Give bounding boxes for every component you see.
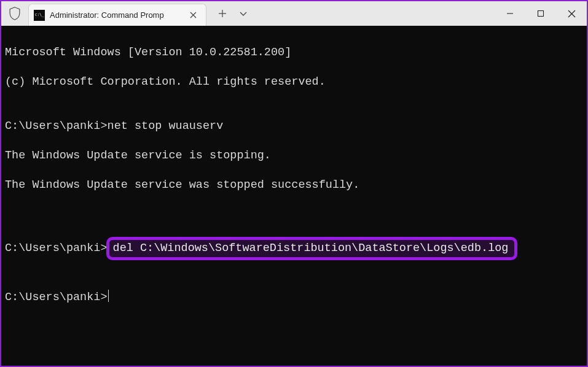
terminal-line: Microsoft Windows [Version 10.0.22581.20… (5, 45, 583, 60)
plus-icon (218, 9, 227, 18)
tabbar-controls (206, 1, 248, 26)
prompt: C:\Users\panki> (5, 291, 108, 304)
minimize-button[interactable] (495, 1, 525, 26)
window-frame: c:\_ Administrator: Command Promp (0, 0, 588, 367)
svg-rect-5 (538, 11, 544, 17)
titlebar[interactable]: c:\_ Administrator: Command Promp (1, 1, 587, 26)
terminal-line: The Windows Update service was stopped s… (5, 178, 583, 193)
terminal-line: C:\Users\panki>net stop wuauserv (5, 119, 583, 134)
maximize-icon (537, 10, 544, 17)
terminal-line: The Windows Update service is stopping. (5, 149, 583, 163)
new-tab-button[interactable] (218, 9, 227, 18)
cmd-icon: c:\_ (34, 10, 45, 21)
chevron-down-icon (239, 9, 248, 18)
tab-close-button[interactable] (186, 9, 200, 22)
tab-active[interactable]: c:\_ Administrator: Command Promp (28, 4, 206, 26)
minimize-icon (506, 10, 514, 17)
prompt: C:\Users\panki> (5, 120, 108, 133)
prompt: C:\Users\panki> (5, 242, 108, 255)
command-text: net stop wuauserv (108, 120, 224, 133)
security-shield-area (1, 1, 28, 26)
terminal-line: C:\Users\panki> (5, 290, 583, 305)
close-icon (568, 10, 576, 18)
terminal-line: (c) Microsoft Corporation. All rights re… (5, 75, 583, 90)
text-cursor (108, 290, 109, 302)
tab-dropdown-button[interactable] (238, 9, 248, 18)
maximize-button[interactable] (525, 1, 556, 26)
close-window-button[interactable] (556, 1, 587, 26)
terminal-body[interactable]: Microsoft Windows [Version 10.0.22581.20… (1, 26, 587, 366)
close-icon (190, 12, 197, 18)
window-controls (495, 1, 587, 26)
shield-icon (9, 7, 21, 20)
terminal-line: C:\Users\panki>del C:\Windows\SoftwareDi… (5, 237, 583, 260)
highlighted-command: del C:\Windows\SoftwareDistribution\Data… (106, 237, 518, 260)
tab-title: Administrator: Command Promp (50, 10, 164, 20)
